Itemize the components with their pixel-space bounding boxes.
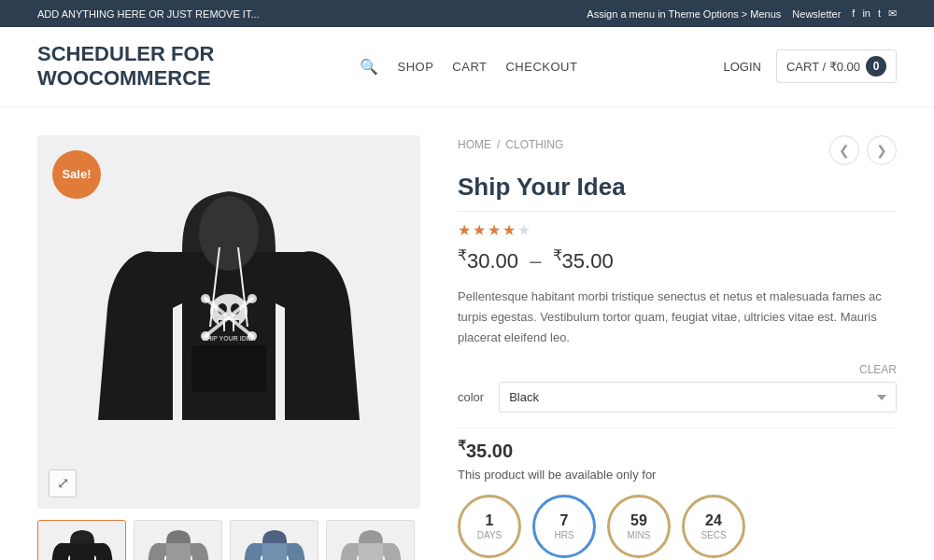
- product-description: Pellentesque habitant morbi tristique se…: [458, 287, 897, 348]
- days-value: 1: [486, 513, 494, 528]
- nav-checkout[interactable]: CHECKOUT: [505, 60, 577, 74]
- search-button[interactable]: 🔍: [360, 58, 378, 76]
- twitter-icon[interactable]: t: [878, 7, 881, 20]
- star-5: ★: [517, 221, 531, 239]
- svg-point-15: [248, 294, 257, 303]
- color-row: color Black White Gray Blue: [458, 382, 897, 413]
- mins-label: MINS: [628, 530, 651, 540]
- thumbnail-3[interactable]: [326, 520, 415, 560]
- timer-hrs: 7 HRS: [532, 495, 596, 558]
- svg-rect-1: [191, 345, 266, 392]
- divider-2: [458, 427, 897, 428]
- countdown-timer: 1 DAYS 7 HRS 59 MINS 24 SECS: [458, 495, 897, 558]
- breadcrumb: HOME / CLOTHING: [458, 138, 563, 151]
- header-right: LOGIN CART / ₹0.00 0: [723, 49, 897, 83]
- star-4: ★: [502, 221, 516, 239]
- svg-point-0: [199, 196, 259, 271]
- currency-symbol-current: ₹: [458, 438, 466, 453]
- sale-badge: Sale!: [52, 150, 101, 199]
- breadcrumb-category: CLOTHING: [505, 138, 563, 151]
- product-info: HOME / CLOTHING ❮ ❯ Ship Your Idea ★ ★ ★…: [458, 135, 897, 560]
- price-range: ₹30.00 – ₹35.00: [458, 246, 897, 273]
- svg-point-14: [201, 294, 210, 303]
- newsletter-link[interactable]: Newsletter: [792, 8, 841, 20]
- cart-label: CART / ₹0.00: [786, 60, 860, 74]
- currency-symbol-2: ₹: [553, 247, 562, 263]
- currency-symbol-1: ₹: [458, 247, 467, 263]
- star-1: ★: [458, 221, 471, 239]
- price-min: 30.00: [467, 249, 518, 273]
- current-price: ₹35.00: [458, 438, 897, 462]
- facebook-icon[interactable]: f: [852, 7, 855, 20]
- mins-value: 59: [630, 513, 647, 528]
- next-product-button[interactable]: ❯: [867, 135, 897, 165]
- price-dash: –: [530, 249, 541, 273]
- days-label: DAYS: [477, 530, 502, 540]
- cart-count: 0: [866, 56, 886, 77]
- nav-cart[interactable]: CART: [452, 60, 487, 74]
- current-price-value: 35.00: [466, 441, 513, 461]
- logo: SCHEDULER FOR WOOCOMMERCE: [37, 42, 214, 91]
- instagram-icon[interactable]: in: [862, 7, 870, 20]
- nav-shop[interactable]: SHOP: [397, 60, 433, 74]
- product-nav-arrows: ❮ ❯: [829, 135, 897, 165]
- secs-label: SECS: [700, 530, 726, 540]
- social-icons: f in t ✉: [852, 7, 897, 20]
- timer-mins: 59 MINS: [607, 495, 671, 558]
- header: SCHEDULER FOR WOOCOMMERCE 🔍 SHOP CART CH…: [0, 27, 934, 107]
- product-rating: ★ ★ ★ ★ ★: [458, 221, 897, 239]
- hrs-label: HRS: [554, 530, 573, 540]
- star-3: ★: [488, 221, 501, 239]
- login-link[interactable]: LOGIN: [723, 60, 760, 74]
- svg-text:SHIP YOUR IDEA: SHIP YOUR IDEA: [203, 335, 256, 342]
- product-title: Ship Your Idea: [458, 173, 897, 202]
- divider-1: [458, 211, 897, 212]
- color-label: color: [458, 390, 484, 404]
- top-bar-menu-text: Assign a menu in Theme Options > Menus: [587, 8, 781, 20]
- thumbnail-list: [37, 520, 420, 560]
- timer-days: 1 DAYS: [458, 495, 521, 558]
- top-bar: ADD ANYTHING HERE OR JUST REMOVE IT... A…: [0, 0, 934, 27]
- prev-product-button[interactable]: ❮: [829, 135, 859, 165]
- top-bar-right: Assign a menu in Theme Options > Menus N…: [587, 7, 897, 20]
- main-content: Sale!: [0, 107, 934, 560]
- clear-button[interactable]: CLEAR: [458, 363, 897, 376]
- thumbnail-1[interactable]: [134, 520, 222, 560]
- cart-button[interactable]: CART / ₹0.00 0: [776, 49, 897, 83]
- color-select[interactable]: Black White Gray Blue: [499, 382, 897, 413]
- availability-text: This product will be available only for: [458, 468, 897, 482]
- main-image: Sale!: [37, 135, 420, 509]
- top-bar-left-text: ADD ANYTHING HERE OR JUST REMOVE IT...: [37, 8, 260, 20]
- breadcrumb-sep: /: [497, 138, 500, 151]
- secs-value: 24: [705, 513, 722, 528]
- main-nav: 🔍 SHOP CART CHECKOUT: [360, 58, 577, 76]
- breadcrumb-row: HOME / CLOTHING ❮ ❯: [458, 135, 897, 165]
- star-2: ★: [473, 221, 486, 239]
- product-gallery: Sale!: [37, 135, 420, 560]
- thumbnail-0[interactable]: [37, 520, 126, 560]
- zoom-button[interactable]: ⤢: [49, 469, 77, 497]
- breadcrumb-home[interactable]: HOME: [458, 138, 491, 151]
- timer-secs: 24 SECS: [682, 495, 745, 558]
- price-max: 35.00: [562, 249, 614, 273]
- thumbnail-2[interactable]: [230, 520, 318, 560]
- email-icon[interactable]: ✉: [888, 7, 897, 20]
- product-image: SHIP YOUR IDEA: [98, 159, 360, 485]
- hrs-value: 7: [560, 513, 569, 528]
